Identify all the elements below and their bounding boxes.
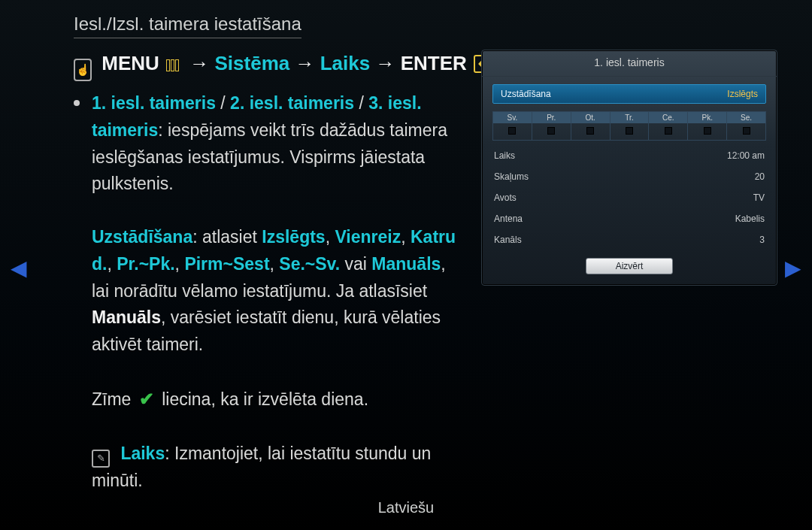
mark-post: liecina, ka ir izvēlēta diena. bbox=[162, 389, 368, 409]
path-system: Sistēma bbox=[215, 52, 290, 74]
time-lead: Laiks bbox=[120, 444, 165, 463]
day-mark bbox=[532, 123, 571, 140]
checkmark-icon: ✔ bbox=[139, 389, 154, 409]
day-mark bbox=[649, 123, 687, 140]
separator: / bbox=[216, 93, 230, 113]
timer-1: 1. iesl. taimeris bbox=[92, 93, 216, 113]
row-label: Skaļums bbox=[494, 171, 529, 182]
row-value: 20 bbox=[755, 171, 765, 182]
arrow-icon: → bbox=[189, 52, 209, 74]
row-value: 12:00 am bbox=[727, 150, 765, 161]
day-head: Ot. bbox=[571, 112, 610, 123]
opt-manual-2: Manuāls bbox=[92, 307, 161, 327]
separator: / bbox=[354, 93, 368, 113]
day-head: Ce. bbox=[649, 112, 687, 123]
day-head: Sv. bbox=[493, 112, 532, 123]
panel-title: 1. iesl. taimeris bbox=[482, 50, 777, 77]
row-value: 3 bbox=[759, 235, 765, 245]
row-time[interactable]: Laiks12:00 am bbox=[492, 145, 766, 166]
hand-icon: ☝ bbox=[74, 59, 92, 81]
day-mark bbox=[688, 123, 726, 140]
close-button[interactable]: Aizvērt bbox=[586, 258, 673, 274]
opt-once: Vienreiz bbox=[335, 227, 401, 247]
mark-pre: Zīme bbox=[92, 389, 131, 409]
day-head: Pr. bbox=[532, 112, 571, 123]
row-source[interactable]: AvotsTV bbox=[492, 187, 766, 208]
day-head: Pk. bbox=[688, 112, 726, 123]
setup-lead: Uzstādīšana bbox=[92, 227, 192, 247]
nav-next-icon[interactable]: ▶ bbox=[785, 256, 801, 280]
opt-monfri: Pr.~Pk. bbox=[117, 254, 174, 274]
day-mark bbox=[493, 123, 532, 140]
note-icon: ✎ bbox=[92, 450, 110, 468]
timer-description: 1. iesl. taimeris / 2. iesl. taimeris / … bbox=[92, 90, 468, 494]
row-channel[interactable]: Kanāls3 bbox=[492, 229, 766, 250]
days-row[interactable]: Sv. Pr. Ot. Tr. Ce. Pk. Se. bbox=[492, 111, 766, 141]
opt-off: Izslēgts bbox=[262, 227, 325, 247]
opt-satsun: Se.~Sv. bbox=[279, 254, 340, 274]
arrow-icon: → bbox=[375, 52, 395, 74]
opt-manual: Manuāls bbox=[371, 254, 441, 274]
menu-grid-icon bbox=[166, 50, 183, 64]
day-mark bbox=[611, 123, 649, 140]
day-head: Se. bbox=[727, 112, 765, 123]
row-setup-label: Uzstādīšana bbox=[501, 89, 551, 99]
enter-label: ENTER bbox=[401, 52, 467, 74]
path-time: Laiks bbox=[320, 52, 371, 74]
opt-monsat: Pirm~Sest bbox=[184, 254, 269, 274]
row-label: Avots bbox=[494, 192, 517, 203]
row-setup[interactable]: Uzstādīšana Izslēgts bbox=[492, 84, 766, 104]
settings-panel: 1. iesl. taimeris Uzstādīšana Izslēgts S… bbox=[481, 50, 777, 286]
nav-prev-icon[interactable]: ◀ bbox=[11, 256, 27, 280]
row-label: Kanāls bbox=[494, 235, 522, 245]
day-mark bbox=[727, 123, 765, 140]
language-footer: Latviešu bbox=[0, 499, 812, 516]
setup-mid: : atlasiet bbox=[192, 227, 262, 247]
row-value: TV bbox=[753, 192, 765, 203]
row-label: Antena bbox=[494, 214, 523, 224]
day-mark bbox=[571, 123, 610, 140]
row-label: Laiks bbox=[494, 150, 515, 161]
page-title: Iesl./Izsl. taimera iestatīšana bbox=[74, 14, 301, 38]
day-head: Tr. bbox=[611, 112, 649, 123]
row-antenna[interactable]: AntenaKabelis bbox=[492, 208, 766, 229]
menu-label: MENU bbox=[102, 52, 159, 74]
setup-mid2: vai bbox=[340, 254, 371, 274]
row-value: Kabelis bbox=[735, 214, 765, 224]
row-volume[interactable]: Skaļums20 bbox=[492, 166, 766, 187]
timer-2: 2. iesl. taimeris bbox=[230, 93, 354, 113]
bullet-icon bbox=[74, 100, 80, 106]
arrow-icon: → bbox=[295, 52, 314, 74]
row-setup-value: Izslēgts bbox=[727, 89, 758, 99]
